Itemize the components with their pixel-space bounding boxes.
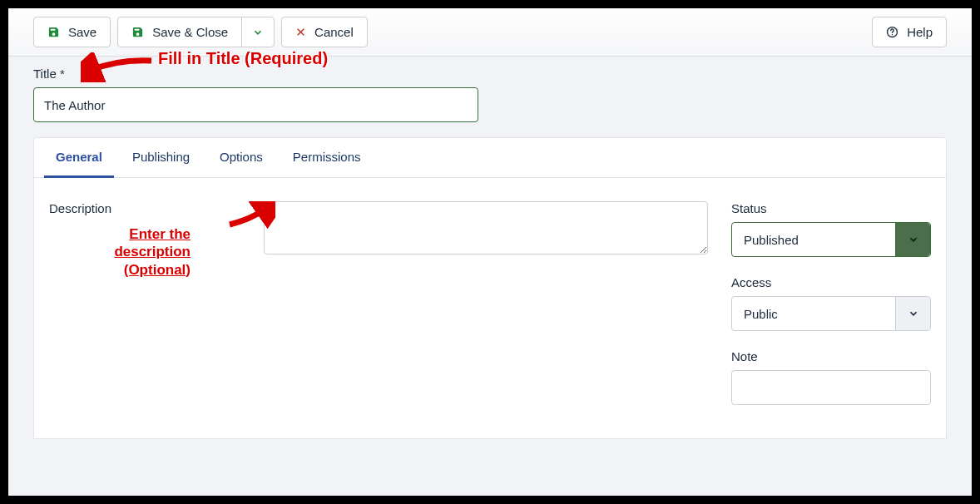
description-label: Description: [49, 201, 240, 215]
svg-point-3: [892, 34, 893, 35]
save-close-button[interactable]: Save & Close: [117, 17, 242, 47]
mid-column: [264, 201, 708, 405]
status-dropdown-button[interactable]: [895, 223, 930, 256]
cancel-label: Cancel: [314, 25, 354, 39]
description-textarea[interactable]: [264, 201, 708, 254]
title-input[interactable]: [33, 87, 478, 122]
question-icon: [886, 26, 898, 38]
cancel-button[interactable]: Cancel: [281, 17, 368, 47]
right-column: Status Published Access Public: [731, 201, 931, 405]
save-button[interactable]: Save: [33, 17, 111, 47]
annotation-desc-line2: (Optional): [124, 262, 191, 278]
access-select[interactable]: Public: [731, 296, 931, 331]
help-button[interactable]: Help: [872, 17, 947, 47]
arrow-icon: [81, 52, 156, 82]
note-input[interactable]: [731, 370, 931, 405]
access-value: Public: [732, 307, 895, 321]
save-close-dropdown-button[interactable]: [241, 17, 275, 47]
tab-general[interactable]: General: [44, 138, 114, 178]
title-area: Title * Fill in Title (Required): [8, 57, 972, 137]
save-icon: [47, 26, 60, 38]
note-label: Note: [731, 349, 931, 363]
save-close-label: Save & Close: [152, 25, 228, 39]
tab-bar: General Publishing Options Permissions: [34, 138, 946, 178]
save-close-group: Save & Close: [117, 17, 275, 47]
tab-permissions[interactable]: Permissions: [281, 138, 373, 178]
status-value: Published: [732, 233, 895, 247]
chevron-down-icon: [252, 27, 264, 38]
access-dropdown-button[interactable]: [895, 297, 930, 330]
close-icon: [295, 27, 306, 37]
save-label: Save: [68, 25, 97, 39]
left-column: Description Enter the description (Optio…: [49, 201, 240, 405]
content-panel: General Publishing Options Permissions D…: [33, 137, 947, 439]
toolbar: Save Save & Close Cancel: [8, 8, 972, 57]
tab-publishing[interactable]: Publishing: [121, 138, 201, 178]
save-icon: [131, 26, 144, 38]
annotation-desc-line1: Enter the description: [114, 226, 191, 259]
help-label: Help: [907, 25, 933, 39]
chevron-down-icon: [908, 308, 919, 319]
tab-content: Description Enter the description (Optio…: [34, 178, 946, 438]
tab-options[interactable]: Options: [208, 138, 275, 178]
access-label: Access: [731, 275, 931, 289]
app-frame: Save Save & Close Cancel: [8, 8, 972, 496]
chevron-down-icon: [908, 234, 919, 245]
status-select[interactable]: Published: [731, 222, 931, 257]
status-label: Status: [731, 201, 931, 215]
title-label: Title *: [33, 67, 65, 81]
